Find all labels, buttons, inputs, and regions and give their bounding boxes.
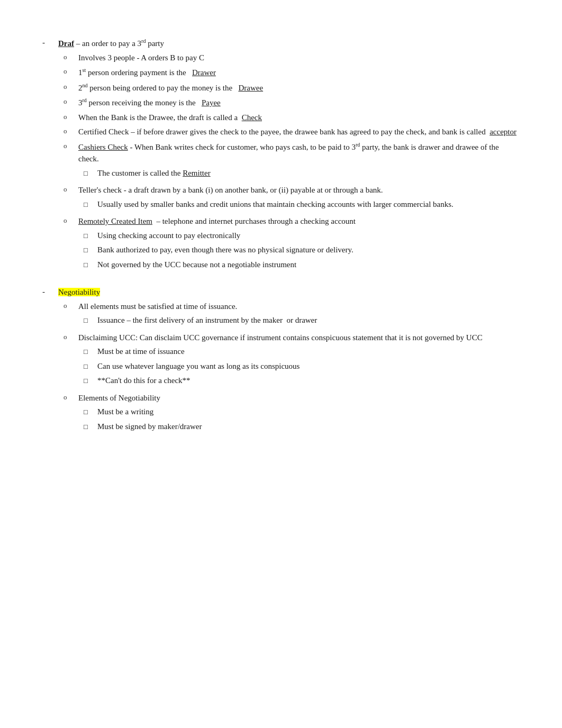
- cashiers-children: □ The customer is called the Remitter: [78, 167, 520, 179]
- bullet-o: o: [64, 392, 78, 402]
- list-item: □ Issuance – the first delivery of an in…: [84, 314, 520, 326]
- disclaiming-ucc-text: Disclaiming UCC: Can disclaim UCC govern…: [78, 332, 520, 344]
- bullet-o: o: [64, 184, 78, 194]
- cashiers-underline: Cashiers Check: [78, 143, 128, 151]
- draft-text: – an order to pay a 3rd party: [76, 39, 164, 48]
- negotiability-children: o All elements must be satisfied at time…: [58, 301, 520, 435]
- bullet-square: □: [84, 230, 97, 241]
- list-item: - Negotiability o All elements must be s…: [42, 286, 520, 438]
- bullet-square: □: [84, 421, 97, 432]
- bullet-dash-1: -: [42, 37, 58, 47]
- negotiability-section: Negotiability o All elements must be sat…: [58, 286, 520, 438]
- all-elements-children: □ Issuance – the first delivery of an in…: [78, 314, 520, 326]
- list-item: o Certified Check – if before drawer giv…: [64, 126, 520, 138]
- draft-children: o Involves 3 people - A orders B to pay …: [58, 52, 520, 274]
- elements-children: □ Must be a writing □ Must be signed by …: [78, 406, 520, 432]
- first-person-text: 1st person ordering payment is the Drawe…: [78, 66, 520, 79]
- disclaiming-children: □ Must be at time of issuance □ Can use …: [78, 345, 520, 387]
- list-item: - Draf – an order to pay a 3rd party o I…: [42, 37, 520, 276]
- item-first-person: 1st person ordering payment is the Drawe…: [78, 66, 520, 79]
- item-third-person: 3rd person receiving the money is the Pa…: [78, 96, 520, 109]
- bullet-square: □: [84, 375, 97, 386]
- item-remotely-created: Remotely Created Item – telephone and in…: [78, 215, 520, 273]
- remotely-sub3: Not governed by the UCC because not a ne…: [97, 259, 520, 271]
- bullet-square: □: [84, 244, 97, 256]
- bank-drawee-text: When the Bank is the Drawee, the draft i…: [78, 112, 520, 124]
- list-item: o Teller's check - a draft drawn by a ba…: [64, 184, 520, 213]
- bullet-o: o: [64, 112, 78, 121]
- item-all-elements: All elements must be satisfied at time o…: [78, 301, 520, 329]
- draft-label: Draf: [58, 39, 74, 48]
- list-item: o Remotely Created Item – telephone and …: [64, 215, 520, 273]
- list-item: □ Using checking account to pay electron…: [84, 230, 520, 242]
- remotely-created-term: Remotely Created Item: [78, 217, 152, 225]
- bullet-o: o: [64, 332, 78, 341]
- list-item: o Elements of Negotiability □ Must be a …: [64, 392, 520, 435]
- negotiability-title: Negotiability: [58, 286, 520, 298]
- drawee-term: Drawee: [238, 84, 263, 92]
- bullet-o: o: [64, 66, 78, 76]
- list-item: □ Not governed by the UCC because not a …: [84, 259, 520, 271]
- certified-check-text: Certified Check – if before drawer gives…: [78, 126, 520, 138]
- bullet-o: o: [64, 301, 78, 310]
- bullet-square: □: [84, 259, 97, 270]
- bullet-square: □: [84, 198, 97, 210]
- acceptor-term: acceptor: [490, 128, 516, 136]
- bullet-square: □: [84, 167, 97, 179]
- must-be-issuance: Must be at time of issuance: [97, 345, 520, 358]
- list-item: o Disclaiming UCC: Can disclaim UCC gove…: [64, 332, 520, 389]
- list-item: o 1st person ordering payment is the Dra…: [64, 66, 520, 79]
- remotely-children: □ Using checking account to pay electron…: [78, 230, 520, 271]
- bullet-square: □: [84, 345, 97, 357]
- list-item: o Involves 3 people - A orders B to pay …: [64, 52, 520, 64]
- drawer-term: Drawer: [192, 68, 216, 77]
- bullet-o: o: [64, 215, 78, 225]
- remitter-term: Remitter: [183, 169, 211, 177]
- item-elements-negotiability: Elements of Negotiability □ Must be a wr…: [78, 392, 520, 435]
- draft-section: Draf – an order to pay a 3rd party o Inv…: [58, 37, 520, 276]
- cant-do-check: **Can't do this for a check**: [97, 375, 520, 387]
- bullet-o: o: [64, 141, 78, 150]
- payee-term: Payee: [202, 98, 221, 107]
- list-item: □ Must be at time of issuance: [84, 345, 520, 358]
- bullet-square: □: [84, 360, 97, 372]
- involves-text: Involves 3 people - A orders B to pay C: [78, 52, 520, 64]
- must-be-signed: Must be signed by maker/drawer: [97, 421, 520, 433]
- bullet-square: □: [84, 314, 97, 326]
- elements-negotiability-text: Elements of Negotiability: [78, 392, 520, 404]
- tellers-check-text: Teller's check - a draft drawn by a bank…: [78, 184, 520, 196]
- list-item: o 2nd person being ordered to pay the mo…: [64, 81, 520, 94]
- tellers-sub-text: Usually used by smaller banks and credit…: [97, 198, 520, 211]
- must-be-writing: Must be a writing: [97, 406, 520, 418]
- list-item: □ Can use whatever language you want as …: [84, 360, 520, 372]
- second-person-text: 2nd person being ordered to pay the mone…: [78, 81, 520, 94]
- list-item: o All elements must be satisfied at time…: [64, 301, 520, 329]
- negotiability-label: Negotiability: [58, 288, 100, 296]
- draft-title: Draf – an order to pay a 3rd party: [58, 37, 520, 50]
- item-disclaiming-ucc: Disclaiming UCC: Can disclaim UCC govern…: [78, 332, 520, 389]
- third-person-text: 3rd person receiving the money is the Pa…: [78, 96, 520, 109]
- bullet-o: o: [64, 96, 78, 106]
- item-cashiers-check: Cashiers Check - When Bank writes check …: [78, 141, 520, 182]
- item-second-person: 2nd person being ordered to pay the mone…: [78, 81, 520, 94]
- all-elements-text: All elements must be satisfied at time o…: [78, 301, 520, 313]
- remotely-created-text: Remotely Created Item – telephone and in…: [78, 215, 520, 228]
- bullet-dash-2: -: [42, 286, 58, 296]
- tellers-children: □ Usually used by smaller banks and cred…: [78, 198, 520, 211]
- cashiers-check-text: Cashiers Check - When Bank writes check …: [78, 141, 520, 165]
- issuance-text: Issuance – the first delivery of an inst…: [97, 314, 520, 326]
- list-item: □ Must be a writing: [84, 406, 520, 418]
- list-item: □ Must be signed by maker/drawer: [84, 421, 520, 433]
- outline: - Draf – an order to pay a 3rd party o I…: [42, 32, 520, 441]
- item-tellers-check: Teller's check - a draft drawn by a bank…: [78, 184, 520, 213]
- bullet-o: o: [64, 81, 78, 91]
- item-certified-check: Certified Check – if before drawer gives…: [78, 126, 520, 138]
- remotely-sub2: Bank authorized to pay, even though ther…: [97, 244, 520, 256]
- item-involves: Involves 3 people - A orders B to pay C: [78, 52, 520, 64]
- bullet-square: □: [84, 406, 97, 417]
- list-item: o Cashiers Check - When Bank writes chec…: [64, 141, 520, 182]
- remotely-sub1: Using checking account to pay electronic…: [97, 230, 520, 242]
- list-item: o 3rd person receiving the money is the …: [64, 96, 520, 109]
- remitter-text: The customer is called the Remitter: [97, 167, 520, 179]
- check-term: Check: [242, 113, 262, 122]
